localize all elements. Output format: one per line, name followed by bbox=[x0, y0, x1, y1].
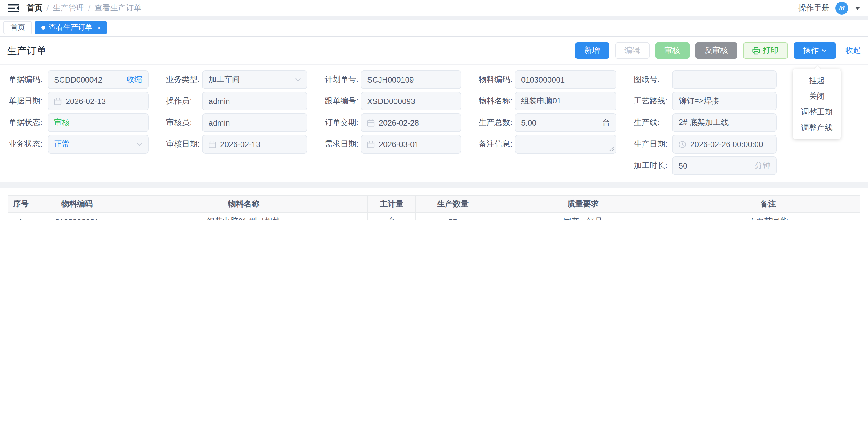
order-date-input[interactable]: 2026-02-13 bbox=[48, 92, 149, 111]
column-header: 生产数量 bbox=[416, 196, 490, 212]
delivery-date-input[interactable]: 2026-02-28 bbox=[361, 113, 461, 132]
header-actions: 新增 编辑 审核 反审核 打印 操作 收起 bbox=[575, 42, 861, 59]
chevron-down-icon bbox=[822, 49, 827, 52]
field-operator: 操作员: admin bbox=[166, 92, 307, 111]
chevron-down-icon bbox=[295, 78, 301, 81]
field-demand-date: 需求日期: 2026-03-01 bbox=[325, 135, 461, 153]
cell-unit: 台 bbox=[368, 212, 416, 220]
production-line-input[interactable]: 2# 底架加工线 bbox=[672, 113, 777, 132]
calendar-icon bbox=[367, 119, 375, 126]
field-process-route: 工艺路线: 铆钉=>焊接 bbox=[634, 92, 777, 111]
field-production-date: 生产日期: 2026-02-26 00:00:00 bbox=[634, 135, 777, 153]
section-gap bbox=[0, 182, 868, 188]
material-detail-section: 序号 物料编码 物料名称 主计量 生产数量 质量要求 备注 1 01030000… bbox=[0, 188, 868, 220]
form-column-2: 业务类型: 加工车间 操作员: admin 审核员: admin bbox=[166, 70, 307, 175]
calendar-icon bbox=[367, 140, 375, 148]
action-button[interactable]: 操作 bbox=[794, 42, 836, 59]
avatar[interactable]: M bbox=[835, 2, 848, 14]
biz-type-select[interactable]: 加工车间 bbox=[202, 70, 307, 89]
clock-icon bbox=[679, 140, 686, 148]
field-order-status: 单据状态: 审核 bbox=[9, 113, 149, 132]
field-production-line: 生产线: 2# 底架加工线 bbox=[634, 113, 777, 132]
cell-seq: 1 bbox=[8, 212, 34, 220]
resize-handle-icon[interactable] bbox=[610, 147, 614, 151]
field-order-date: 单据日期: 2026-02-13 bbox=[9, 92, 149, 111]
field-remark: 备注信息: bbox=[479, 135, 616, 153]
tab-active-label: 查看生产订单 bbox=[49, 23, 92, 33]
field-biz-status: 业务状态: 正常 bbox=[9, 135, 149, 153]
track-no-input[interactable]: XSDD000093 bbox=[361, 92, 461, 111]
breadcrumb-separator: / bbox=[46, 4, 49, 12]
breadcrumb-current: 查看生产订单 bbox=[94, 3, 142, 13]
auditor-input[interactable]: admin bbox=[202, 113, 307, 132]
process-route-input[interactable]: 铆钉=>焊接 bbox=[672, 92, 777, 111]
collapse-panel-link[interactable]: 收起 bbox=[845, 46, 861, 56]
menu-item-adjust-line[interactable]: 调整产线 bbox=[793, 120, 841, 136]
tab-bar: 首页 查看生产订单 × bbox=[0, 20, 868, 37]
top-bar: 首页 / 生产管理 / 查看生产订单 操作手册 M bbox=[0, 0, 868, 16]
manual-link[interactable]: 操作手册 bbox=[798, 3, 830, 13]
status-value: 审核 bbox=[54, 117, 142, 128]
field-total-qty: 生产总数: 5.00 台 bbox=[479, 113, 616, 132]
menu-item-adjust-schedule[interactable]: 调整工期 bbox=[793, 104, 841, 120]
action-dropdown-menu: 挂起 关闭 调整工期 调整产线 bbox=[793, 69, 841, 139]
field-track-no: 跟单编号: XSDD000093 bbox=[325, 92, 461, 111]
field-material-code: 物料编码: 0103000001 bbox=[479, 70, 616, 89]
order-status-input[interactable]: 审核 bbox=[48, 113, 149, 132]
remark-textarea[interactable] bbox=[515, 135, 616, 153]
field-auditor: 审核员: admin bbox=[166, 113, 307, 132]
field-process-duration: 加工时长: 50 分钟 bbox=[634, 156, 777, 175]
field-drawing-no: 图纸号: bbox=[634, 70, 777, 89]
column-header: 主计量 bbox=[368, 196, 416, 212]
cell-quality: 国产一级品 bbox=[490, 212, 676, 220]
material-table-header: 序号 物料编码 物料名称 主计量 生产数量 质量要求 备注 bbox=[8, 196, 860, 212]
add-button[interactable]: 新增 bbox=[575, 42, 609, 59]
edit-button[interactable]: 编辑 bbox=[615, 42, 649, 59]
breadcrumb-home[interactable]: 首页 bbox=[27, 3, 42, 13]
field-plan-no: 计划单号: SCJH000109 bbox=[325, 70, 461, 89]
plan-no-input[interactable]: SCJH000109 bbox=[361, 70, 461, 89]
breadcrumb-production[interactable]: 生产管理 bbox=[53, 3, 84, 13]
column-header: 备注 bbox=[676, 196, 860, 212]
drawing-no-input[interactable] bbox=[672, 70, 777, 89]
topbar-right: 操作手册 M bbox=[798, 2, 860, 14]
minutes-suffix: 分钟 bbox=[755, 160, 770, 171]
order-code-input[interactable]: SCDD000042 收缩 bbox=[48, 70, 149, 89]
demand-date-input[interactable]: 2026-03-01 bbox=[361, 135, 461, 153]
menu-fold-icon[interactable] bbox=[8, 4, 19, 12]
form-column-5: 图纸号: 工艺路线: 铆钉=>焊接 生产线: 2# 底架加工线 bbox=[634, 70, 777, 175]
process-duration-input[interactable]: 50 分钟 bbox=[672, 156, 777, 175]
breadcrumb: 首页 / 生产管理 / 查看生产订单 bbox=[27, 3, 142, 13]
print-label: 打印 bbox=[763, 46, 778, 56]
material-code-input[interactable]: 0103000001 bbox=[515, 70, 616, 89]
material-name-input[interactable]: 组装电脑01 bbox=[515, 92, 616, 111]
cell-qty: 55 bbox=[416, 212, 490, 220]
print-button[interactable]: 打印 bbox=[743, 42, 788, 59]
biz-status-select[interactable]: 正常 bbox=[48, 135, 149, 153]
divider-strip bbox=[0, 16, 868, 20]
audit-button[interactable]: 审核 bbox=[655, 42, 689, 59]
action-label: 操作 bbox=[803, 46, 818, 56]
shrink-link[interactable]: 收缩 bbox=[127, 75, 142, 85]
cell-material-name: 组装电脑01 型号规格 bbox=[120, 212, 368, 220]
unaudit-button[interactable]: 反审核 bbox=[695, 42, 737, 59]
user-menu-caret-icon[interactable] bbox=[855, 7, 860, 9]
menu-item-suspend[interactable]: 挂起 bbox=[793, 73, 841, 88]
page-title: 生产订单 bbox=[7, 44, 46, 57]
form-column-1: 单据编码: SCDD000042 收缩 单据日期: 2026-02-13 单据状… bbox=[9, 70, 149, 175]
printer-icon bbox=[752, 47, 760, 54]
tab-home-label: 首页 bbox=[10, 23, 25, 33]
tab-close-icon[interactable]: × bbox=[97, 24, 101, 31]
page: 首页 / 生产管理 / 查看生产订单 操作手册 M 首页 查看生产订单 × 生产… bbox=[0, 0, 868, 220]
audit-date-input[interactable]: 2026-02-13 bbox=[202, 135, 307, 153]
total-qty-input[interactable]: 5.00 台 bbox=[515, 113, 616, 132]
production-date-input[interactable]: 2026-02-26 00:00:00 bbox=[672, 135, 777, 153]
table-row[interactable]: 1 0103000001 组装电脑01 型号规格 台 55 国产一级品 不要韩国… bbox=[8, 212, 860, 220]
field-material-name: 物料名称: 组装电脑01 bbox=[479, 92, 616, 111]
field-order-code: 单据编码: SCDD000042 收缩 bbox=[9, 70, 149, 89]
operator-input[interactable]: admin bbox=[202, 92, 307, 111]
tab-home[interactable]: 首页 bbox=[3, 21, 32, 34]
tab-view-production-order[interactable]: 查看生产订单 × bbox=[35, 21, 107, 34]
menu-item-close[interactable]: 关闭 bbox=[793, 88, 841, 104]
active-dot-icon bbox=[41, 26, 45, 30]
